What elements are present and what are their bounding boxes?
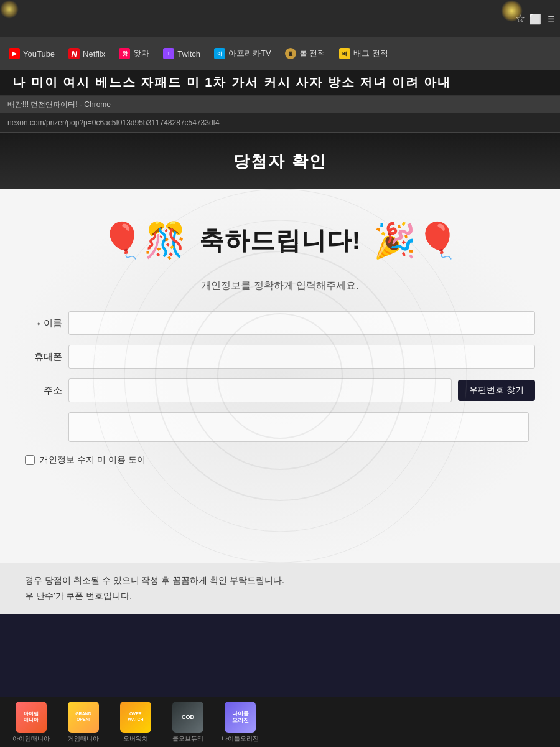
congrats-section: 🎈🎊 축하드립니다! 🎉🎈 (25, 208, 535, 273)
taskbar-grand-open[interactable]: GRANDOPEN! 게임매니아 (58, 702, 108, 743)
window-title: 배감!!! 던전앤파이터! - Chrome (7, 100, 111, 110)
menu-icon[interactable]: ≡ (548, 12, 555, 26)
form-section: ✦ 이름 휴대폰 주소 우편번호 찾기 (25, 311, 535, 442)
afreeca-icon: 아 (214, 48, 225, 59)
tab-watcha-label: 왓차 (133, 48, 149, 59)
lol-icon: 롤 (285, 48, 296, 59)
privacy-checkbox[interactable] (25, 455, 35, 465)
phone-input[interactable] (68, 345, 535, 369)
tab-twitch[interactable]: T Twitch (157, 44, 207, 63)
taskbar-grand-open-label: 게임매니아 (68, 735, 99, 743)
tab-lol[interactable]: 롤 롤 전적 (279, 44, 332, 63)
address-bar[interactable]: nexon.com/prizer/pop?p=0c6ac5f013d95b311… (0, 113, 560, 133)
tab-pubg[interactable]: 배 배그 전적 (333, 44, 394, 63)
tab-netflix-label: Netflix (83, 49, 105, 59)
page-header: 당첨자 확인 (0, 133, 560, 189)
pubg-icon: 배 (339, 48, 350, 59)
tab-youtube[interactable]: ▶ YouTube (2, 44, 61, 63)
name-icon: ✦ (36, 321, 41, 327)
content-area: 🎈🎊 축하드립니다! 🎉🎈 개인정보를 정확하게 입력해주세요. ✦ 이름 휴대… (0, 189, 560, 563)
tab-twitch-label: Twitch (177, 49, 200, 59)
main-content: 당첨자 확인 🎈🎊 축하드립니다! 🎉🎈 개인정보를 정확하게 입력해주세요. (0, 133, 560, 614)
address-url: nexon.com/prizer/pop?p=0c6ac5f013d95b311… (7, 118, 220, 127)
name-label: ✦ 이름 (25, 317, 62, 329)
privacy-label: 개인정보 수지 미 이용 도이 (40, 454, 146, 466)
warning-line-1: 경우 당점이 취소될 수 있으니 작성 후 꼼꼼하게 확인 부탁드립니다. (25, 573, 535, 588)
address-row: 주소 우편번호 찾기 (25, 378, 535, 402)
warning-section: 경우 당점이 취소될 수 있으니 작성 후 꼼꼼하게 확인 부탁드립니다. 우 … (0, 563, 560, 614)
address-label: 주소 (25, 385, 62, 397)
ticker-text: 나 미이 여시 베느스 자패드 미 1차 가서 커시 사자 방소 저녀 이려 아… (0, 74, 451, 91)
watcha-icon: 왓 (119, 48, 130, 59)
item-manager-icon: 아이템매니아 (16, 702, 47, 733)
taskbar-cod-label: 콜오브듀티 (172, 735, 203, 743)
phone-row: 휴대폰 (25, 345, 535, 369)
balloon-right: 🎉🎈 (373, 220, 459, 261)
news-ticker: 나 미이 여시 베느스 자패드 미 1차 가서 커시 사자 방소 저녀 이려 아… (0, 70, 560, 96)
name-input[interactable] (68, 311, 535, 335)
phone-label: 휴대폰 (25, 351, 62, 363)
tab-afreeca-label: 아프리카TV (228, 48, 271, 59)
zipcode-button[interactable]: 우편번호 찾기 (458, 380, 535, 401)
dnf-icon: 나이틀오리진 (225, 702, 256, 733)
address-detail-input[interactable] (68, 412, 529, 442)
congrats-title: 축하드립니다! (199, 223, 361, 258)
warning-line-2: 우 난수'가 쿠폰 번호입니다. (25, 588, 535, 604)
overwatch-icon: OVERWATCH (120, 702, 151, 733)
taskbar-dnf[interactable]: 나이틀오리진 나이틀오리진 (215, 702, 265, 743)
youtube-icon: ▶ (9, 48, 20, 59)
taskbar-overwatch-label: 오버워치 (123, 735, 148, 743)
congrats-subtitle: 개인정보를 정확하게 입력해주세요. (25, 280, 535, 293)
window-title-bar: 배감!!! 던전앤파이터! - Chrome (0, 96, 560, 113)
taskbar-item-manager[interactable]: 아이템매니아 아이템매니아 (6, 702, 56, 743)
left-light (0, 0, 19, 19)
checkbox-row: 개인정보 수지 미 이용 도이 (25, 454, 535, 466)
taskbar-overwatch[interactable]: OVERWATCH 오버워치 (111, 702, 161, 743)
taskbar: 아이템매니아 아이템매니아 GRANDOPEN! 게임매니아 OVERWATCH… (0, 697, 560, 747)
taskbar-cod[interactable]: COD 콜오브듀티 (163, 702, 213, 743)
address-detail-row (68, 412, 535, 442)
tab-netflix[interactable]: N Netflix (62, 44, 111, 63)
tab-afreeca[interactable]: 아 아프리카TV (208, 44, 278, 63)
tab-watcha[interactable]: 왓 왓차 (113, 44, 156, 63)
netflix-icon: N (68, 48, 80, 59)
balloon-left: 🎈🎊 (101, 220, 187, 261)
taskbar-item-manager-label: 아이템매니아 (12, 735, 50, 743)
tab-lol-label: 롤 전적 (299, 48, 326, 59)
right-light (501, 0, 523, 22)
browser-tabs: ▶ YouTube N Netflix 왓 왓차 T Twitch 아 아프리카… (0, 37, 560, 70)
tab-icon[interactable]: ⬜ (529, 13, 541, 25)
cod-icon: COD (172, 702, 203, 733)
name-row: ✦ 이름 (25, 311, 535, 335)
tab-youtube-label: YouTube (23, 49, 55, 59)
page-title: 당첨자 확인 (233, 151, 326, 172)
browser-topbar: ☆ ⬜ ≡ (0, 0, 560, 37)
tab-pubg-label: 배그 전적 (353, 48, 388, 59)
grand-open-icon: GRANDOPEN! (68, 702, 99, 733)
taskbar-dnf-label: 나이틀오리진 (222, 735, 259, 743)
twitch-icon: T (163, 48, 174, 59)
address-input[interactable] (68, 378, 452, 402)
